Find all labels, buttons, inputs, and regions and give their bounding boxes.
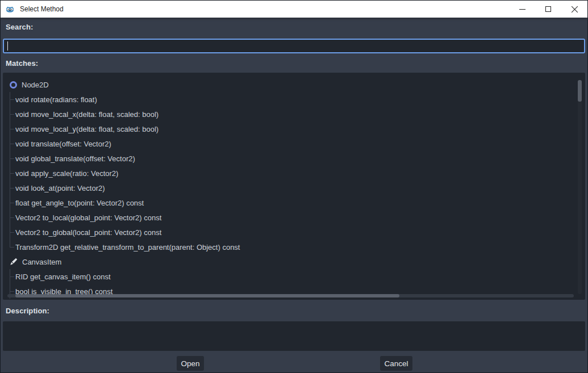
list-item-label: CanvasItem bbox=[22, 258, 61, 266]
close-button[interactable] bbox=[561, 1, 587, 18]
search-input[interactable] bbox=[4, 40, 584, 52]
list-item[interactable]: float get_angle_to(point: Vector2) const bbox=[3, 195, 585, 210]
list-item[interactable]: Vector2 to_local(global_point: Vector2) … bbox=[3, 210, 585, 225]
list-item-label: Vector2 to_local(global_point: Vector2) … bbox=[15, 213, 161, 222]
maximize-icon bbox=[545, 6, 551, 12]
window-caption-buttons bbox=[509, 1, 587, 18]
list-item-label: Vector2 to_global(local_point: Vector2) … bbox=[15, 228, 161, 237]
list-item-label: Node2D bbox=[22, 81, 49, 89]
search-label: Search: bbox=[6, 23, 33, 31]
node2d-icon bbox=[10, 81, 17, 89]
list-item[interactable]: Transform2D get_relative_transform_to_pa… bbox=[3, 240, 585, 254]
list-item[interactable]: void move_local_x(delta: float, scaled: … bbox=[3, 107, 585, 121]
list-item[interactable]: void move_local_y(delta: float, scaled: … bbox=[3, 121, 585, 136]
list-item-label: void apply_scale(ratio: Vector2) bbox=[15, 169, 118, 178]
list-item[interactable]: void look_at(point: Vector2) bbox=[3, 181, 585, 195]
list-item[interactable]: Node2D bbox=[3, 77, 585, 92]
list-item-label: Transform2D get_relative_transform_to_pa… bbox=[15, 243, 240, 252]
list-item-label: void translate(offset: Vector2) bbox=[15, 140, 111, 148]
horizontal-scrollbar[interactable] bbox=[7, 294, 574, 297]
close-icon bbox=[571, 6, 578, 13]
list-item[interactable]: Vector2 to_global(local_point: Vector2) … bbox=[3, 225, 585, 240]
maximize-button[interactable] bbox=[535, 1, 561, 18]
horizontal-scrollbar-thumb[interactable] bbox=[15, 294, 399, 297]
description-label: Description: bbox=[6, 307, 49, 315]
list-item[interactable]: void rotate(radians: float) bbox=[3, 92, 585, 107]
matches-list: Node2D void rotate(radians: float) void … bbox=[3, 73, 585, 300]
list-item-label: void look_at(point: Vector2) bbox=[15, 184, 105, 192]
list-item-label: float get_angle_to(point: Vector2) const bbox=[15, 199, 144, 207]
godot-logo-icon bbox=[5, 5, 15, 14]
cancel-button[interactable]: Cancel bbox=[380, 356, 412, 371]
list-item[interactable]: void translate(offset: Vector2) bbox=[3, 136, 585, 151]
description-panel bbox=[3, 321, 585, 351]
open-button[interactable]: Open bbox=[177, 356, 204, 371]
canvasitem-icon bbox=[10, 258, 18, 266]
list-item[interactable]: CanvasItem bbox=[3, 254, 585, 269]
vertical-scrollbar-thumb[interactable] bbox=[578, 80, 582, 102]
select-method-dialog: Select Method Search: Matches: Node2D bbox=[0, 0, 588, 373]
list-item-label: void rotate(radians: float) bbox=[15, 95, 97, 104]
vertical-scrollbar[interactable] bbox=[578, 80, 582, 294]
window-title: Select Method bbox=[20, 5, 64, 13]
minimize-icon bbox=[519, 9, 526, 10]
list-item[interactable]: void apply_scale(ratio: Vector2) bbox=[3, 166, 585, 181]
list-item-label: void move_local_x(delta: float, scaled: … bbox=[15, 110, 159, 119]
minimize-button[interactable] bbox=[509, 1, 535, 18]
list-item-label: void move_local_y(delta: float, scaled: … bbox=[15, 125, 159, 133]
vertical-scrollbar-track[interactable] bbox=[578, 80, 582, 294]
search-input-wrap bbox=[3, 39, 585, 53]
titlebar: Select Method bbox=[1, 1, 587, 18]
matches-list-rows: Node2D void rotate(radians: float) void … bbox=[3, 77, 585, 299]
list-item[interactable]: void global_translate(offset: Vector2) bbox=[3, 151, 585, 166]
list-item-label: RID get_canvas_item() const bbox=[15, 273, 111, 281]
list-item-label: void global_translate(offset: Vector2) bbox=[15, 154, 135, 163]
list-item[interactable]: RID get_canvas_item() const bbox=[3, 269, 585, 284]
matches-label: Matches: bbox=[6, 59, 38, 68]
